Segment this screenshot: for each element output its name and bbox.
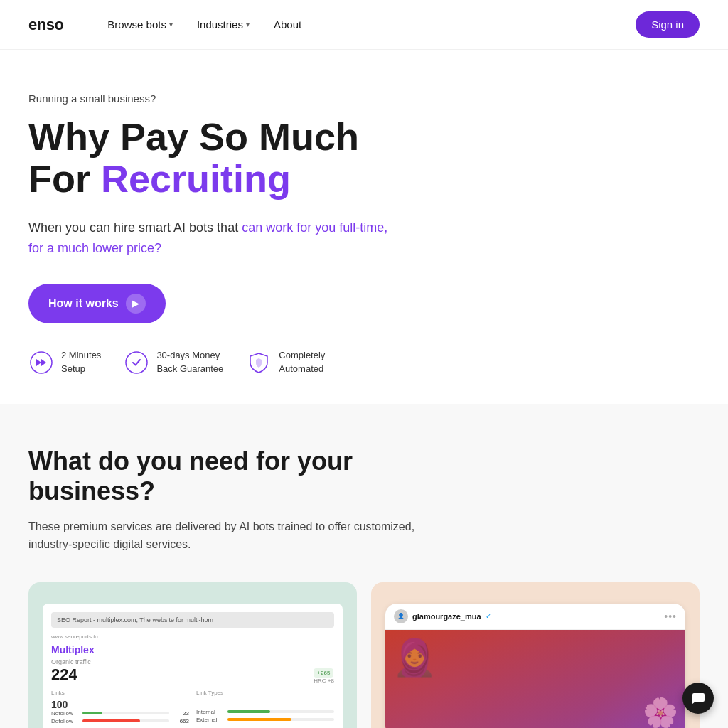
seo-card[interactable]: SEO Report - multiplex.com, The website …: [28, 582, 357, 728]
seo-tab-bar: SEO Report - multiplex.com, The website …: [51, 612, 334, 628]
nav-links: Browse bots ▾ Industries ▾ About: [97, 13, 366, 36]
social-mockup: 👤 glamourgaze_mua ✓ ••• 🌸 🧕: [385, 604, 685, 728]
social-image: 🌸 🧕: [385, 630, 685, 728]
service-cards: SEO Report - multiplex.com, The website …: [28, 582, 700, 728]
badge-guarantee-text: 30-days Money Back Guarantee: [156, 349, 223, 375]
social-top-bar: 👤 glamourgaze_mua ✓ •••: [385, 604, 685, 630]
nav-browse-bots[interactable]: Browse bots ▾: [97, 13, 183, 36]
hero-title: Why Pay So Much For Recruiting: [28, 116, 398, 200]
social-card[interactable]: 👤 glamourgaze_mua ✓ ••• 🌸 🧕: [371, 582, 700, 728]
nav-about[interactable]: About: [264, 13, 311, 36]
flower-decoration: 🌸: [643, 696, 678, 728]
seo-traffic-row: Organic traffic 224 +265 HRC +8: [51, 658, 334, 684]
feature-badges: 2 Minutes Setup 30-days Money Back Guara…: [28, 349, 398, 375]
chat-button[interactable]: [682, 682, 714, 714]
services-section: What do you need for your business? Thes…: [0, 404, 728, 728]
seo-mockup: SEO Report - multiplex.com, The website …: [43, 604, 343, 728]
badge-setup-text: 2 Minutes Setup: [61, 349, 101, 375]
hero-subtitle: When you can hire smart AI bots that can…: [28, 218, 398, 259]
seo-data-row: Links 100 Nofollow 23 Dofollow 663: [51, 690, 334, 726]
services-title: What do you need for your business?: [28, 446, 441, 506]
chevron-down-icon: ▾: [246, 21, 250, 28]
hero-section: Running a small business? Why Pay So Muc…: [0, 50, 728, 404]
svg-point-3: [126, 352, 147, 373]
guarantee-icon: [124, 350, 149, 375]
person-decoration: 🧕: [392, 637, 437, 678]
verified-icon: ✓: [486, 612, 491, 620]
services-subtitle: These premium services are delivered by …: [28, 518, 427, 554]
seo-company: Multiplex: [51, 644, 334, 655]
badge-automated-text: Completely Automated: [279, 349, 325, 375]
social-avatar: 👤: [394, 609, 408, 623]
badge-setup: 2 Minutes Setup: [28, 349, 101, 375]
signin-button[interactable]: Sign in: [636, 11, 700, 38]
navbar: enso Browse bots ▾ Industries ▾ About Si…: [0, 0, 728, 50]
shield-icon: [246, 350, 272, 375]
more-options-icon[interactable]: •••: [664, 611, 677, 622]
seo-url: www.seoreports.to: [51, 633, 334, 640]
hero-eyebrow: Running a small business?: [28, 92, 398, 105]
badge-automated: Completely Automated: [246, 349, 325, 375]
fast-forward-icon: [28, 350, 54, 375]
svg-marker-2: [41, 359, 46, 366]
svg-marker-1: [36, 359, 41, 366]
chevron-down-icon: ▾: [169, 21, 173, 28]
brand-logo[interactable]: enso: [28, 16, 63, 34]
badge-guarantee: 30-days Money Back Guarantee: [124, 349, 223, 375]
play-icon: ▶: [126, 294, 146, 314]
nav-industries[interactable]: Industries ▾: [187, 13, 259, 36]
social-username: glamourgaze_mua: [412, 612, 481, 621]
how-it-works-button[interactable]: How it works ▶: [28, 284, 166, 323]
